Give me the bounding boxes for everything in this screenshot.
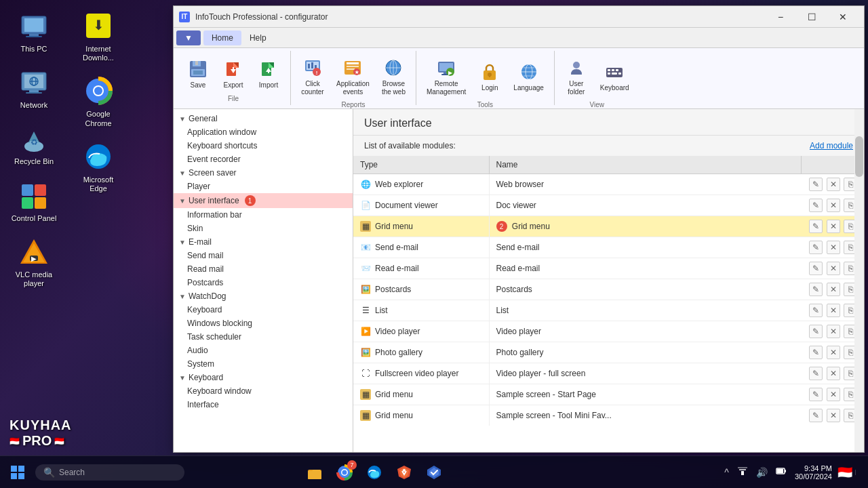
desktop-icon-edge[interactable]: Microsoft Edge [71,138,125,196]
chrome-icon [82,75,115,107]
tree-item-screen-saver[interactable]: ▼ Screen saver [174,166,353,180]
tree-item-skin[interactable]: Skin [174,222,353,235]
minimize-button[interactable]: − [765,6,796,28]
desktop-icon-chrome[interactable]: Google Chrome [71,72,125,130]
menu-item-home[interactable]: Home [203,30,241,45]
desktop-icon-idm[interactable]: ⬇ Internet Downlo... [71,7,125,65]
import-button[interactable]: Import [252,55,285,93]
click-counter-button[interactable]: ! Clickcounter [296,54,329,100]
edit-btn-list[interactable]: ✎ [809,304,823,317]
delete-btn-list[interactable]: ✕ [827,304,840,317]
edit-btn-fullscreen[interactable]: ✎ [809,367,823,380]
tree-item-watchdog[interactable]: ▼ WatchDog [174,289,353,303]
delete-btn-read-email[interactable]: ✕ [827,262,840,275]
tree-item-send-mail[interactable]: Send mail [174,249,353,262]
tree-item-info-bar[interactable]: Information bar [174,208,353,222]
tree-item-windows-blocking[interactable]: Windows blocking [174,317,353,330]
edit-btn-grid3[interactable]: ✎ [809,409,823,422]
tree-item-keyboard-window[interactable]: Keyboard window [174,384,353,398]
edit-btn-grid[interactable]: ✎ [809,220,823,233]
type-label-web: Web explorer [375,180,423,189]
menu-item-help[interactable]: Help [241,30,275,45]
delete-btn-doc[interactable]: ✕ [827,199,840,212]
edit-btn-doc[interactable]: ✎ [809,199,823,212]
tree-item-player[interactable]: Player [174,180,353,193]
tree-item-event-recorder[interactable]: Event recorder [174,152,353,166]
edit-btn-video[interactable]: ✎ [809,325,823,338]
edit-btn-grid2[interactable]: ✎ [809,388,823,401]
cell-type-grid: ▦ Grid menu [353,216,489,237]
scrollbar-track[interactable] [854,109,864,452]
add-module-link[interactable]: Add module [810,141,853,150]
delete-btn-video[interactable]: ✕ [827,325,840,338]
delete-btn-fullscreen[interactable]: ✕ [827,367,840,380]
tree-item-keyboard-wd[interactable]: Keyboard [174,303,353,317]
taskbar-avast[interactable] [420,459,448,486]
delete-btn-web[interactable]: ✕ [827,178,840,191]
show-desktop-btn[interactable] [855,470,863,475]
export-button[interactable]: Export [217,55,250,93]
delete-btn-grid[interactable]: ✕ [827,220,840,233]
taskbar-file-explorer[interactable] [301,459,328,486]
cell-type-doc: 📄 Document viewer [353,195,489,216]
expand-tray-icon[interactable]: ^ [722,464,732,481]
tree-item-interface[interactable]: Interface [174,398,353,411]
delete-btn-grid3[interactable]: ✕ [827,409,840,422]
edit-btn-web[interactable]: ✎ [809,178,823,191]
login-button[interactable]: Login [473,58,506,96]
volume-icon[interactable]: 🔊 [753,464,770,481]
desktop-icon-vlc[interactable]: ▶ VLC media player [7,232,61,291]
import-label: Import [259,81,278,89]
user-folder-button[interactable]: Userfolder [560,54,593,100]
tree-item-read-mail[interactable]: Read mail [174,262,353,276]
type-label-postcards: Postcards [375,285,411,294]
delete-btn-grid2[interactable]: ✕ [827,388,840,401]
start-button[interactable] [5,460,30,485]
tree-item-app-window[interactable]: Application window [174,125,353,139]
type-icon-doc: 📄 [360,200,371,211]
maximize-button[interactable]: ☐ [796,6,827,28]
keyboard-button[interactable]: Keyboard [595,58,634,96]
type-icon-grid2: ▦ [360,389,371,400]
language-flag[interactable]: 🇮🇩 [837,465,852,480]
edit-btn-read-email[interactable]: ✎ [809,262,823,275]
delete-btn-postcards[interactable]: ✕ [827,283,840,296]
remote-mgmt-button[interactable]: ▶ RemoteManagement [422,54,471,100]
tree-item-task-scheduler[interactable]: Task scheduler [174,330,353,344]
tree-item-postcards[interactable]: Postcards [174,276,353,289]
tree-item-keyboard-shortcuts[interactable]: Keyboard shortcuts [174,139,353,152]
tree-label-general: General [189,114,218,123]
taskbar-search[interactable]: 🔍 Search [35,464,184,481]
desktop-icon-recycle[interactable]: ♻ Recycle Bin [7,119,61,169]
taskbar-edge-2[interactable] [361,459,388,486]
desktop-icon-network[interactable]: Network [7,63,61,113]
tree-item-system[interactable]: System [174,357,353,371]
desktop-icon-this-pc[interactable]: This PC [7,7,61,56]
tree-item-user-interface[interactable]: ▼ User interface 1 [174,193,353,208]
svg-rect-3 [26,36,42,37]
tree-item-audio[interactable]: Audio [174,344,353,357]
language-button[interactable]: Language [509,58,549,96]
tree-item-email[interactable]: ▼ E-mail [174,235,353,249]
app-events-button[interactable]: ★ Applicationevents [332,54,374,100]
desktop-icon-control-panel[interactable]: Control Panel [7,176,61,226]
delete-btn-send-email[interactable]: ✕ [827,241,840,254]
network-tray-icon[interactable] [734,463,751,481]
save-button[interactable]: Save [182,55,214,93]
scrollbar-thumb[interactable] [855,136,863,177]
menu-home-dropdown[interactable]: ▼ [176,30,201,45]
tree-item-keyboard-root[interactable]: ▼ Keyboard [174,371,353,384]
delete-btn-photo[interactable]: ✕ [827,346,840,359]
taskbar-clock[interactable]: 9:34 PM 30/07/2024 [792,464,835,481]
close-button[interactable]: ✕ [827,6,859,28]
tree-label-interface: Interface [187,400,219,409]
edit-btn-photo[interactable]: ✎ [809,346,823,359]
browse-web-button[interactable]: Browsethe web [377,54,410,100]
battery-icon[interactable] [773,463,789,481]
edit-btn-send-email[interactable]: ✎ [809,241,823,254]
taskbar-chrome-2[interactable]: 7 [331,459,358,486]
edit-btn-postcards[interactable]: ✎ [809,283,823,296]
taskbar-brave[interactable] [391,459,418,486]
tree-item-general[interactable]: ▼ General [174,112,353,125]
type-label-grid: Grid menu [375,222,413,231]
